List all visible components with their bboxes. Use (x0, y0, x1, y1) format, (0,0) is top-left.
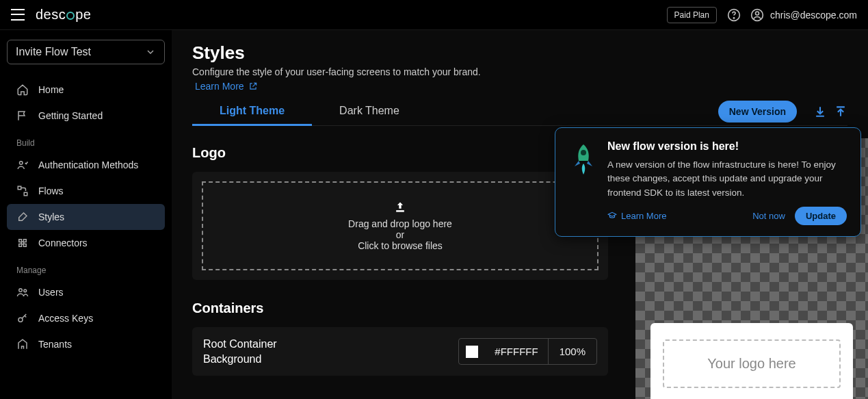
root-container-bg-row: Root Container Background #FFFFFF 100% (192, 327, 608, 376)
callout-body-text: A new version of the flow infrastructure… (607, 158, 847, 200)
svg-point-4 (20, 162, 23, 165)
sidebar-item-connectors[interactable]: Connectors (7, 230, 165, 256)
section-manage-label: Manage (7, 256, 165, 279)
dropzone-text-3: Click to browse files (210, 240, 590, 251)
dropzone-text-1: Drag and drop logo here (210, 218, 590, 229)
sidebar-item-styles[interactable]: Styles (7, 204, 165, 230)
brush-icon (16, 211, 29, 223)
new-version-button[interactable]: New Version (718, 101, 797, 123)
tab-dark-theme[interactable]: Dark Theme (312, 98, 427, 125)
color-hex-value[interactable]: #FFFFFF (485, 339, 547, 364)
svg-point-11 (581, 150, 586, 155)
root-bg-label: Root Container Background (203, 337, 277, 366)
svg-rect-10 (396, 210, 404, 212)
color-opacity-value[interactable]: 100% (549, 339, 596, 364)
sidebar-item-label: Home (38, 84, 64, 95)
download-icon[interactable] (813, 105, 827, 118)
external-link-icon (248, 81, 258, 91)
section-containers-title: Containers (192, 300, 608, 316)
svg-point-9 (18, 318, 23, 322)
flows-icon (16, 185, 29, 197)
callout-update-button[interactable]: Update (795, 207, 847, 225)
sidebar-item-home[interactable]: Home (7, 77, 165, 103)
chevron-down-icon (145, 47, 156, 57)
paid-plan-button[interactable]: Paid Plan (667, 7, 717, 23)
page-title: Styles (192, 42, 847, 64)
color-swatch[interactable] (466, 346, 478, 358)
sidebar-item-label: Styles (38, 211, 64, 222)
sidebar-item-label: Connectors (38, 237, 88, 248)
help-icon[interactable] (726, 8, 741, 23)
sidebar-item-getting-started[interactable]: Getting Started (7, 103, 165, 129)
svg-point-7 (19, 289, 23, 292)
grad-cap-icon (607, 211, 617, 220)
color-input[interactable]: #FFFFFF 100% (458, 338, 597, 365)
sidebar: Invite Flow Test Home Getting Started Bu… (0, 30, 172, 399)
users-icon (16, 286, 29, 298)
tab-light-theme[interactable]: Light Theme (192, 98, 312, 125)
project-selector-label: Invite Flow Test (16, 46, 91, 58)
logo-dropzone[interactable]: Drag and drop logo here or Click to brow… (202, 181, 599, 270)
upload-icon[interactable] (834, 105, 847, 118)
callout-not-now[interactable]: Not now (752, 211, 785, 221)
building-icon (16, 338, 29, 350)
new-version-callout: New flow version is here! A new version … (555, 127, 861, 237)
puzzle-icon (16, 237, 29, 249)
user-email: chris@descope.com (770, 10, 857, 21)
callout-title: New flow version is here! (607, 140, 847, 153)
sidebar-item-users[interactable]: Users (7, 279, 165, 305)
key-icon (16, 312, 29, 324)
svg-rect-6 (24, 192, 27, 196)
section-logo-title: Logo (192, 145, 608, 161)
dropzone-text-2: or (210, 229, 590, 240)
upload-file-icon (210, 201, 590, 214)
sidebar-item-label: Users (38, 287, 64, 298)
learn-more-link[interactable]: Learn More (195, 81, 258, 92)
sidebar-item-auth-methods[interactable]: Authentication Methods (7, 152, 165, 178)
project-selector[interactable]: Invite Flow Test (7, 40, 165, 64)
svg-point-3 (755, 12, 759, 15)
sidebar-item-access-keys[interactable]: Access Keys (7, 305, 165, 331)
logo-card: Drag and drop logo here or Click to brow… (192, 172, 608, 280)
sidebar-item-flows[interactable]: Flows (7, 178, 165, 204)
preview-card: Your logo here (650, 323, 853, 399)
page-subtitle: Configure the style of your user-facing … (192, 66, 847, 77)
sidebar-item-label: Authentication Methods (38, 159, 138, 170)
rocket-icon (569, 140, 598, 225)
svg-point-1 (733, 17, 734, 18)
user-menu[interactable]: chris@descope.com (750, 8, 857, 23)
sidebar-item-label: Access Keys (38, 313, 93, 324)
sidebar-item-label: Tenants (38, 339, 72, 350)
sidebar-item-label: Flows (38, 185, 64, 196)
brand-logo: descpe (36, 7, 92, 23)
learn-more-label: Learn More (195, 81, 244, 92)
svg-rect-5 (18, 186, 21, 190)
section-build-label: Build (7, 129, 165, 152)
auth-icon (16, 159, 29, 171)
callout-learn-more[interactable]: Learn More (607, 211, 666, 221)
flag-icon (16, 110, 29, 122)
svg-point-8 (24, 289, 27, 292)
preview-logo-placeholder: Your logo here (663, 339, 841, 388)
user-icon (750, 8, 765, 23)
sidebar-item-tenants[interactable]: Tenants (7, 331, 165, 357)
sidebar-item-label: Getting Started (38, 110, 103, 121)
home-icon (16, 83, 29, 96)
menu-icon[interactable] (11, 8, 26, 23)
